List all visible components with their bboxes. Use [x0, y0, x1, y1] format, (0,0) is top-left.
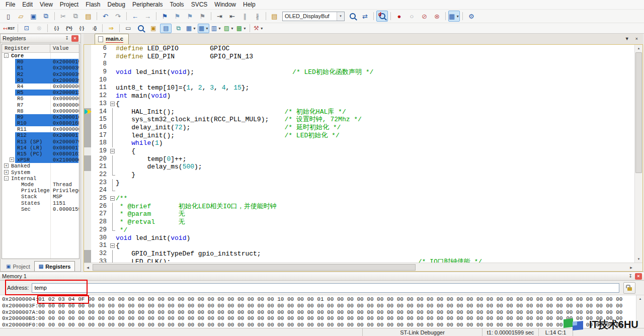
- memory-byte[interactable]: 00: [168, 303, 178, 309]
- undo-icon[interactable]: ↶: [100, 11, 111, 22]
- memory-byte[interactable]: 00: [217, 303, 227, 309]
- memory-byte[interactable]: 00: [487, 296, 497, 303]
- memory-byte[interactable]: 00: [38, 309, 48, 316]
- code-line-10[interactable]: 10: [84, 76, 634, 85]
- memory-byte[interactable]: 00: [148, 303, 158, 309]
- memory-byte[interactable]: 00: [258, 296, 268, 303]
- memory-byte[interactable]: 00: [506, 309, 516, 316]
- menu-view[interactable]: View: [36, 1, 56, 9]
- breakpoint-margin[interactable]: [84, 179, 91, 187]
- register-row-stack[interactable]: StackMSP: [2, 194, 79, 200]
- menu-help[interactable]: Help: [239, 1, 259, 9]
- memory-byte[interactable]: 00: [118, 296, 128, 303]
- memory-byte[interactable]: 00: [198, 309, 208, 316]
- memory-byte[interactable]: 00: [327, 309, 337, 316]
- register-row-r11[interactable]: R110x00000000: [2, 126, 79, 132]
- code-line-32[interactable]: 32 GPIO_InitTypeDef gpio_initstruct;: [84, 250, 634, 258]
- memory-byte[interactable]: 00: [267, 296, 277, 303]
- register-row-sec[interactable]: Sec0.00001599: [2, 206, 79, 212]
- reset-icon[interactable]: ↤RST: [3, 24, 15, 33]
- memory-byte[interactable]: 00: [546, 309, 556, 316]
- memory-byte[interactable]: 00: [417, 315, 427, 322]
- memory-byte[interactable]: 00: [397, 315, 407, 322]
- memory-row[interactable]: 0x200000B5:00000000000000000000000000000…: [0, 315, 644, 322]
- open-file-icon[interactable]: ▱: [15, 11, 27, 22]
- memory-byte[interactable]: 00: [616, 303, 626, 309]
- memory-byte[interactable]: 00: [536, 296, 546, 303]
- memory-byte[interactable]: 00: [596, 303, 606, 309]
- memory-byte[interactable]: 00: [128, 303, 138, 309]
- memory-byte[interactable]: 00: [506, 315, 516, 322]
- memory-byte[interactable]: 00: [188, 309, 198, 316]
- memory-byte[interactable]: 00: [267, 322, 277, 328]
- memory-byte[interactable]: 00: [606, 309, 616, 316]
- memory-byte[interactable]: 00: [307, 322, 317, 328]
- memory-byte[interactable]: 00: [237, 322, 248, 328]
- memory-byte[interactable]: 00: [357, 309, 367, 316]
- memory-byte[interactable]: 00: [88, 322, 98, 328]
- code-line-31[interactable]: 31{: [84, 242, 634, 250]
- memory-byte[interactable]: 00: [258, 309, 268, 316]
- memory-byte[interactable]: 00: [118, 315, 128, 322]
- register-row-xpsr[interactable]: +xPSR0x21000000: [2, 157, 79, 163]
- scroll-up-icon[interactable]: ▲: [636, 295, 644, 302]
- code-line-17[interactable]: 17 led_init(); /* LED初始化 */: [84, 132, 634, 140]
- memory-byte[interactable]: 00: [586, 303, 596, 309]
- symbols-window-icon[interactable]: ▣: [147, 24, 159, 33]
- enable-disable-breakpoint-icon[interactable]: ○: [406, 11, 418, 22]
- breakpoint-margin[interactable]: [84, 92, 91, 100]
- breakpoint-margin[interactable]: [84, 45, 91, 53]
- memory-byte[interactable]: 00: [546, 303, 556, 309]
- menu-tools[interactable]: Tools: [167, 1, 188, 9]
- memory-byte[interactable]: 00: [427, 322, 437, 328]
- memory-byte[interactable]: 00: [327, 296, 337, 303]
- navigate-back-icon[interactable]: ←: [129, 11, 141, 22]
- new-file-icon[interactable]: ▯: [3, 11, 14, 22]
- memory-byte[interactable]: 00: [258, 303, 268, 309]
- memory-byte[interactable]: 00: [208, 322, 218, 328]
- code-line-30[interactable]: 30void led_init(void): [84, 234, 634, 242]
- memory-byte[interactable]: 00: [606, 296, 616, 303]
- memory-byte[interactable]: 00: [357, 315, 367, 322]
- memory-byte[interactable]: 00: [357, 322, 367, 328]
- memory-byte[interactable]: 00: [178, 315, 188, 322]
- memory-byte[interactable]: 00: [38, 303, 48, 309]
- memory-byte[interactable]: 00: [108, 315, 118, 322]
- memory-byte[interactable]: 00: [68, 315, 78, 322]
- memory-byte[interactable]: 00: [297, 303, 307, 309]
- search-term-combo[interactable]: OLED_DisplayBuf▼: [282, 12, 345, 21]
- memory-byte[interactable]: 00: [128, 315, 138, 322]
- memory-byte[interactable]: 00: [48, 309, 58, 316]
- code-line-26[interactable]: 26 * @brief 初始化LED相关IO口，并使能时钟: [84, 203, 634, 211]
- breakpoint-margin[interactable]: [84, 68, 91, 76]
- memory-byte[interactable]: 00: [148, 315, 158, 322]
- memory-byte[interactable]: 00: [258, 322, 268, 328]
- register-row-r7[interactable]: R70x00000000: [2, 102, 79, 108]
- memory-byte[interactable]: 00: [337, 303, 347, 309]
- cut-icon[interactable]: ✂: [57, 11, 69, 22]
- memory-byte[interactable]: 00: [277, 315, 287, 322]
- find-in-files-icon[interactable]: [347, 11, 358, 22]
- memory-byte[interactable]: 00: [427, 303, 437, 309]
- register-row-r0[interactable]: R00x20000198: [2, 59, 79, 65]
- memory-byte[interactable]: 00: [586, 296, 596, 303]
- memory-byte[interactable]: 00: [576, 296, 586, 303]
- memory-byte[interactable]: 00: [447, 309, 457, 316]
- memory-byte[interactable]: 00: [417, 296, 427, 303]
- breakpoint-margin[interactable]: [84, 84, 91, 92]
- memory-byte[interactable]: 00: [227, 309, 237, 316]
- memory-byte[interactable]: 00: [516, 315, 526, 322]
- memory-byte[interactable]: 00: [128, 296, 138, 303]
- memory-byte[interactable]: 00: [497, 296, 507, 303]
- redo-icon[interactable]: ↷: [112, 11, 124, 22]
- menu-debug[interactable]: Debug: [104, 1, 129, 9]
- memory-byte[interactable]: 00: [417, 309, 427, 316]
- memory-byte[interactable]: 00: [456, 303, 466, 309]
- memory-byte[interactable]: 00: [516, 303, 526, 309]
- memory-byte[interactable]: 00: [237, 309, 248, 316]
- memory-byte[interactable]: 00: [466, 296, 476, 303]
- tab-project[interactable]: ▣Project: [2, 262, 34, 271]
- memory-byte[interactable]: 00: [437, 309, 447, 316]
- memory-byte[interactable]: 00: [526, 315, 536, 322]
- breakpoint-margin[interactable]: [84, 171, 91, 179]
